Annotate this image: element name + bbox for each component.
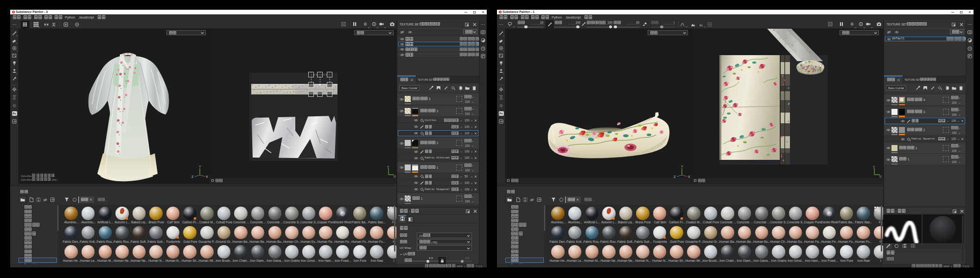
svg-text:Y: Y (681, 165, 683, 168)
svg-text:Z: Z (674, 175, 676, 178)
svg-text:Y: Y (873, 166, 875, 169)
svg-text:Y: Y (199, 165, 201, 168)
svg-text:Z: Z (191, 175, 194, 178)
svg-text:U: U (879, 175, 882, 178)
svg-text:X: X (206, 175, 208, 178)
svg-text:U: U (394, 175, 396, 178)
svg-text:Y: Y (387, 166, 389, 169)
svg-text:X: X (688, 175, 690, 178)
